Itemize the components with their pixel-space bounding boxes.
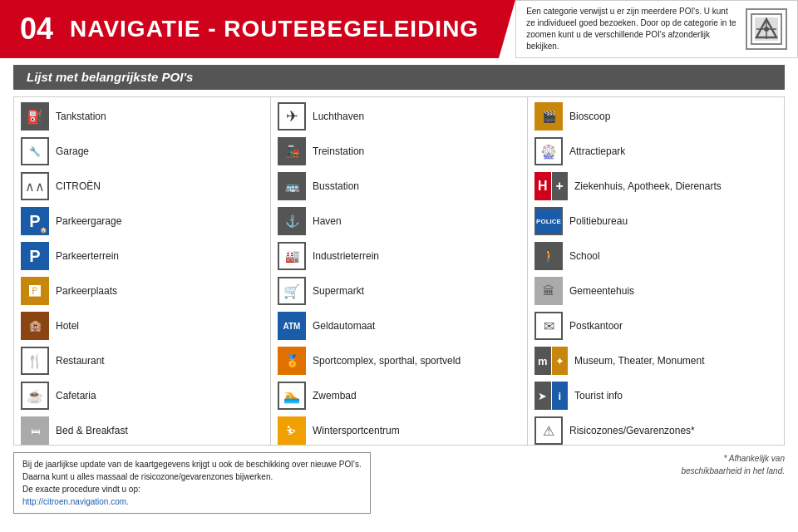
tourist-icon: ➤ i bbox=[534, 382, 568, 410]
list-item: ☕ Cafetaria bbox=[21, 382, 264, 410]
poi-column-2: ✈ Luchthaven 🚂 Treinstation 🚌 Busstation… bbox=[271, 97, 528, 445]
garage-icon: 🔧 bbox=[21, 137, 49, 165]
cinema-icon: 🎬 bbox=[534, 102, 563, 131]
footer: Bij de jaarlijkse update van de kaartgeg… bbox=[13, 452, 785, 514]
parkeergarage-icon: P 🏠 bbox=[21, 207, 49, 235]
list-item: ATM Geldautomaat bbox=[278, 312, 520, 340]
poi-label: Wintersportcentrum bbox=[313, 425, 400, 436]
hospital-icon: H + bbox=[534, 172, 568, 200]
poi-label: Bed & Breakfast bbox=[56, 425, 128, 436]
poi-label: Attractiepark bbox=[569, 145, 625, 157]
poi-label: Industrieterrein bbox=[313, 250, 379, 262]
poi-label: Geldautomaat bbox=[313, 320, 375, 332]
list-item: ⛽ Tankstation bbox=[21, 102, 264, 131]
list-item: H + Ziekenhuis, Apotheek, Dierenarts bbox=[534, 172, 777, 200]
list-item: 🍴 Restaurant bbox=[21, 347, 264, 375]
list-item: 🚌 Busstation bbox=[278, 172, 520, 200]
poi-label: Restaurant bbox=[56, 355, 105, 367]
fuel-icon: ⛽ bbox=[21, 102, 49, 131]
list-item: ⛷ Wintersportcentrum bbox=[278, 416, 520, 445]
police-icon: POLICE bbox=[534, 207, 563, 235]
list-item: 🏊 Zwembad bbox=[278, 382, 520, 410]
poi-label: Luchthaven bbox=[313, 111, 364, 122]
community-icon: 🏛 bbox=[534, 277, 563, 305]
atm-icon: ATM bbox=[278, 312, 306, 340]
museum-icon: m ✦ bbox=[534, 347, 568, 375]
list-item: ∧∧ CITROËN bbox=[21, 172, 264, 200]
header-info-text: Een categorie verwijst u er zijn meerder… bbox=[526, 6, 739, 52]
restaurant-icon: 🍴 bbox=[21, 347, 49, 375]
header-left: 04 NAVIGATIE - ROUTEBEGELEIDING bbox=[0, 0, 499, 58]
poi-label: Parkeergarage bbox=[56, 215, 121, 227]
list-item: m ✦ Museum, Theater, Monument bbox=[534, 347, 777, 375]
industry-icon: 🏭 bbox=[278, 242, 306, 270]
poi-container: ⛽ Tankstation 🔧 Garage ∧∧ CITROËN P 🏠 Pa… bbox=[13, 96, 785, 446]
chapter-number: 04 bbox=[20, 12, 53, 47]
footer-note: * Afhankelijk vanbeschikbaarheid in het … bbox=[681, 454, 785, 475]
section-title-bar: Lijst met belangrijkste POI's bbox=[13, 65, 785, 90]
list-item: 🔧 Garage bbox=[21, 137, 264, 165]
parkeerterrein-icon: P bbox=[21, 242, 49, 270]
poi-label: Tankstation bbox=[56, 111, 106, 122]
poi-label: Cafetaria bbox=[56, 390, 96, 401]
train-icon: 🚂 bbox=[278, 137, 306, 165]
nav-icon bbox=[750, 12, 783, 46]
poi-label: Parkeerplaats bbox=[56, 285, 117, 297]
list-item: 🛏 Bed & Breakfast bbox=[21, 416, 264, 445]
list-item: ⚓ Haven bbox=[278, 207, 520, 235]
citroen-icon: ∧∧ bbox=[21, 172, 49, 200]
poi-label: Risicozones/Gevarenzones* bbox=[569, 425, 695, 436]
airport-icon: ✈ bbox=[278, 102, 306, 131]
list-item: ✉ Postkantoor bbox=[534, 312, 777, 340]
list-item: ⚠ Risicozones/Gevarenzones* bbox=[534, 416, 777, 445]
poi-label: Tourist info bbox=[574, 390, 623, 401]
footer-text-line2: Daarna kunt u alles massaal de risicozon… bbox=[22, 472, 273, 481]
poi-label: Museum, Theater, Monument bbox=[574, 355, 705, 367]
list-item: 🏨 Hotel bbox=[21, 312, 264, 340]
list-item: 🏅 Sportcomplex, sporthal, sportveld bbox=[278, 347, 520, 375]
winter-icon: ⛷ bbox=[278, 416, 306, 445]
list-item: ➤ i Tourist info bbox=[534, 382, 777, 410]
footer-left: Bij de jaarlijkse update van de kaartgeg… bbox=[13, 452, 371, 514]
school-icon: 🚶 bbox=[534, 242, 563, 270]
list-item: ✈ Luchthaven bbox=[278, 102, 520, 131]
page-header: 04 NAVIGATIE - ROUTEBEGELEIDING Een cate… bbox=[0, 0, 798, 58]
footer-text-line3: De exacte procedure vindt u op: bbox=[22, 485, 140, 494]
attract-icon: 🎡 bbox=[534, 137, 563, 165]
list-item: P Parkeerterrein bbox=[21, 242, 264, 270]
poi-label: Garage bbox=[56, 145, 89, 157]
footer-right: * Afhankelijk vanbeschikbaarheid in het … bbox=[681, 452, 785, 514]
list-item: 🛒 Supermarkt bbox=[278, 277, 520, 305]
poi-label: Gemeentehuis bbox=[569, 285, 634, 297]
list-item: 🎬 Bioscoop bbox=[534, 102, 777, 131]
poi-label: Treinstation bbox=[313, 145, 364, 157]
poi-label: CITROËN bbox=[56, 180, 101, 192]
list-item: 🏛 Gemeentehuis bbox=[534, 277, 777, 305]
cafetaria-icon: ☕ bbox=[21, 382, 49, 410]
swim-icon: 🏊 bbox=[278, 382, 306, 410]
bus-icon: 🚌 bbox=[278, 172, 306, 200]
poi-label: Zwembad bbox=[313, 390, 357, 401]
sport-icon: 🏅 bbox=[278, 347, 306, 375]
list-item: 🏭 Industrieterrein bbox=[278, 242, 520, 270]
header-info-box: Een categorie verwijst u er zijn meerder… bbox=[515, 0, 798, 58]
nav-icon-box bbox=[746, 8, 787, 50]
supermarket-icon: 🛒 bbox=[278, 277, 306, 305]
poi-label: Hotel bbox=[56, 320, 79, 332]
poi-label: Politiebureau bbox=[569, 215, 628, 227]
poi-column-1: ⛽ Tankstation 🔧 Garage ∧∧ CITROËN P 🏠 Pa… bbox=[14, 97, 271, 445]
list-item: P 🏠 Parkeergarage bbox=[21, 207, 264, 235]
list-item: 🅿 Parkeerplaats bbox=[21, 277, 264, 305]
footer-text-line1: Bij de jaarlijkse update van de kaartgeg… bbox=[22, 460, 362, 469]
chapter-title: NAVIGATIE - ROUTEBEGELEIDING bbox=[70, 16, 479, 42]
poi-label: Bioscoop bbox=[569, 111, 610, 122]
footer-link[interactable]: http://citroen.navigation.com. bbox=[22, 497, 129, 506]
poi-label: Supermarkt bbox=[313, 285, 364, 297]
poi-column-3: 🎬 Bioscoop 🎡 Attractiepark H + Ziekenhui… bbox=[528, 97, 784, 445]
poi-label: Haven bbox=[313, 215, 342, 227]
bb-icon: 🛏 bbox=[21, 416, 49, 445]
parkeerplaats-icon: 🅿 bbox=[21, 277, 49, 305]
list-item: 🚂 Treinstation bbox=[278, 137, 520, 165]
list-item: POLICE Politiebureau bbox=[534, 207, 777, 235]
poi-label: Sportcomplex, sporthal, sportveld bbox=[313, 355, 461, 367]
